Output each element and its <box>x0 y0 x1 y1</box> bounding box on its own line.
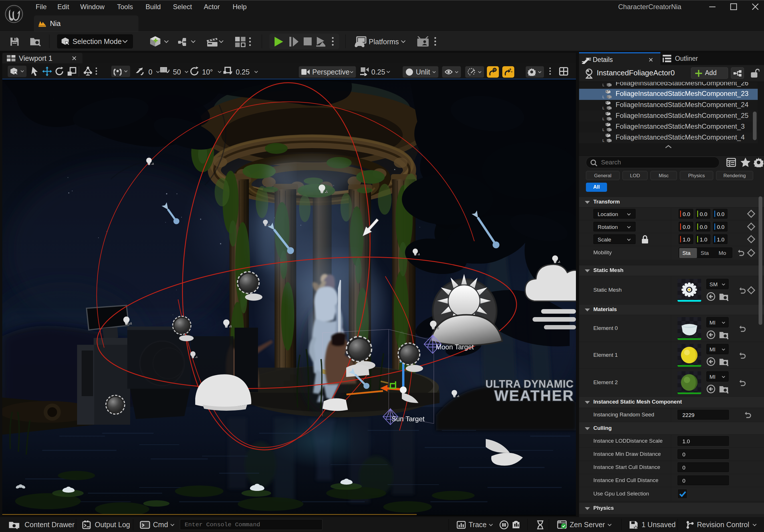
svg-text:Sun Target: Sun Target <box>392 415 425 423</box>
svg-text:L: L <box>603 128 605 131</box>
svg-text:L: L <box>603 106 605 110</box>
svg-text:Moon Target: Moon Target <box>436 343 474 351</box>
svg-text:L: L <box>603 139 605 142</box>
svg-text:L: L <box>603 117 605 121</box>
svg-text:WEATHER: WEATHER <box>494 387 574 404</box>
svg-text:L: L <box>603 83 605 87</box>
svg-text:L: L <box>603 95 605 99</box>
